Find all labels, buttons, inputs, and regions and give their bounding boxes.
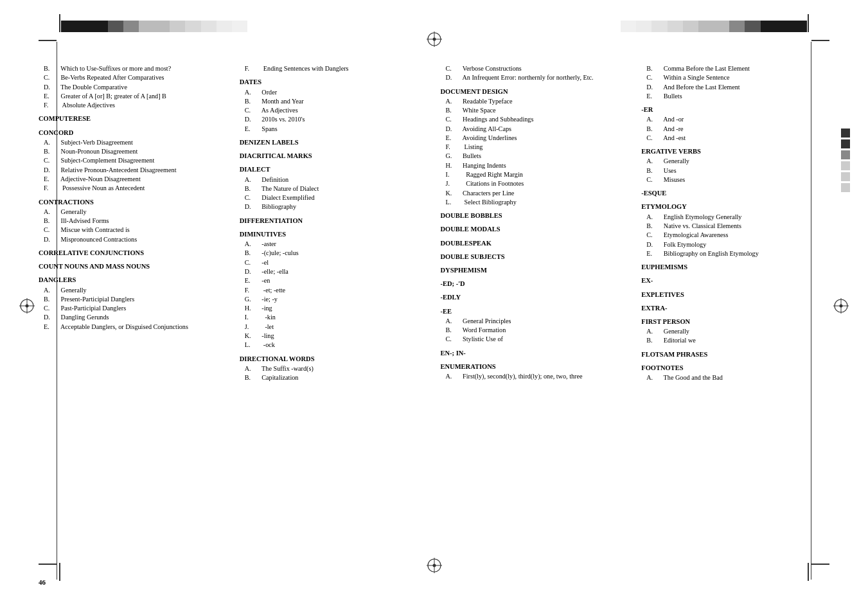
list-item: A. Definition [246,175,428,184]
list-item: B. Word Formation [447,326,629,335]
list-item: F. Ending Sentences with Danglers [246,64,428,73]
section-header: -ED; -'D [441,279,629,289]
list-item: B. Comma Before the Last Element [648,64,829,73]
page: 46 B. Which to Use-Suffixes or more and … [0,0,868,613]
corner-mark-tl [59,14,60,32]
main-content: B. Which to Use-Suffixes or more and mos… [39,64,829,574]
list-item: A. General Principles [447,317,629,326]
list-item: B. Capitalization [246,373,428,382]
list-item: E. -en [246,276,428,285]
section-header: ETYMOLOGY [641,202,829,211]
section-header: ENUMERATIONS [441,362,629,371]
list-item: D. Relative Pronoun-Antecedent Disagreem… [45,166,227,175]
scroll-seg-4 [841,161,850,170]
list-item: K. Characters per Line [447,189,629,198]
scroll-seg-2 [841,139,850,148]
list-item: B. The Nature of Dialect [246,184,428,193]
list-item: C. As Adjectives [246,106,428,115]
list-item: J. -let [246,323,428,332]
list-item: C. Headings and Subheadings [447,115,629,124]
list-item: A. Subject-Verb Disagreement [45,138,227,147]
list-item: C. Miscue with Contracted is [45,226,227,235]
list-item: C. Past-Participial Danglers [45,304,227,313]
section-header: CONTRACTIONS [39,197,227,207]
list-item: F. -et; -ette [246,286,428,295]
list-item: B. Native vs. Classical Elements [648,222,829,231]
section-header: -EDLY [441,292,629,302]
column-4: B. Comma Before the Last Element C. With… [635,64,829,574]
section-header: DANGLERS [39,275,227,285]
list-item: C. Within a Single Sentence [648,73,829,82]
list-item: F. Possessive Noun as Antecedent [45,184,227,193]
list-item: B. Noun-Pronoun Disagreement [45,147,227,156]
list-item: A. English Etymology Generally [648,213,829,222]
compass-right [832,297,850,316]
list-item: J. Citations in Footnotes [447,179,629,188]
list-item: E. Adjective-Noun Disagreement [45,175,227,184]
list-item: A. Generally [45,208,227,217]
list-item: C. Stylistic Use of [447,335,629,344]
top-bar-left [61,21,247,32]
list-item: B. Editorial we [648,336,829,345]
list-item: D. Mispronounced Contractions [45,235,227,244]
list-item: A. Generally [648,327,829,336]
section-header: FIRST PERSON [641,317,829,326]
section-header: DOUBLE MODALS [441,224,629,234]
list-item: A. Generally [648,157,829,166]
list-item: B. Month and Year [246,97,428,106]
section-header: EUPHEMISMS [641,262,829,272]
svg-point-15 [840,305,843,308]
page-number: 46 [39,578,46,586]
section-header: EN-; IN- [441,348,629,358]
column-3: C. Verbose Constructions D. An Infrequen… [434,64,635,574]
h-corner-tr [811,40,829,41]
list-item: A. Order [246,88,428,97]
section-header: DIACRITICAL MARKS [240,151,428,161]
section-header: -EE [441,306,629,316]
section-header: DENIZEN LABELS [240,138,428,147]
list-item: D. 2010s vs. 2010's [246,115,428,124]
list-item: E. Avoiding Underlines [447,134,629,143]
list-item: D. An Infrequent Error: northernly for n… [447,73,629,82]
column-1: B. Which to Use-Suffixes or more and mos… [39,64,233,574]
section-header: DOUBLE BOBBLES [441,211,629,220]
list-item: L. Select Bibliography [447,198,629,207]
list-item: B. Ill-Advised Forms [45,217,227,226]
list-item: B. Present-Participial Danglers [45,295,227,304]
section-header: COMPUTERESE [39,114,227,123]
list-item: E. Spans [246,125,428,134]
list-item: C. Etymological Awareness [648,231,829,240]
h-corner-tl [39,40,57,41]
list-item: F. Listing [447,143,629,152]
list-item: I. -kin [246,313,428,322]
svg-point-3 [432,38,436,41]
list-item: A. The Good and the Bad [648,373,829,382]
list-item: B. -(c)ule; -culus [246,249,428,258]
section-header: CONCORD [39,128,227,138]
list-item: E. Acceptable Danglers, or Disguised Con… [45,323,227,332]
section-header: DATES [240,77,428,87]
section-header: DIRECTIONAL WORDS [240,354,428,364]
list-item: G. -ie; -y [246,295,428,304]
top-bar-right [621,21,807,32]
list-item: H. -ing [246,304,428,313]
section-header: ERGATIVE VERBS [641,147,829,156]
section-header: FOOTNOTES [641,363,829,373]
scroll-seg-1 [841,129,850,138]
section-header: DIMINUTIVES [240,229,428,239]
list-item: B. Which to Use-Suffixes or more and mos… [45,64,227,73]
right-scrollbar [841,129,850,192]
column-2: F. Ending Sentences with Danglers DATES … [233,64,434,574]
list-item: B. And -re [648,125,829,134]
list-item: C. And -est [648,134,829,143]
list-item: B. White Space [447,106,629,115]
svg-point-11 [26,305,29,308]
section-header: CORRELATIVE CONJUNCTIONS [39,248,227,258]
section-header: DOUBLE SUBJECTS [441,252,629,262]
compass-top [425,30,443,48]
corner-mark-tr [808,14,809,32]
section-header: DOCUMENT DESIGN [441,87,629,96]
list-item: H. Hanging Indents [447,161,629,170]
list-item: D. Bibliography [246,202,428,211]
list-item: E. Bullets [648,92,829,101]
